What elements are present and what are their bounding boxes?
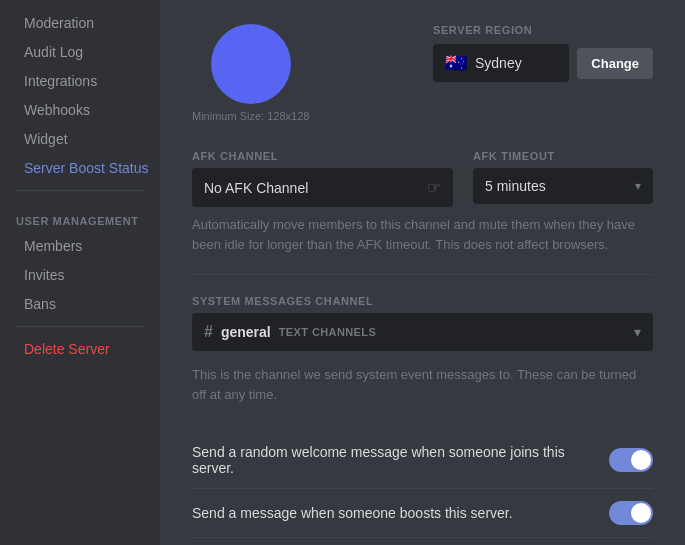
channel-name: general (221, 324, 271, 340)
toggle-row-welcome: Send a random welcome message when someo… (192, 432, 653, 489)
avatar-size-hint: Minimum Size: 128x128 (192, 110, 309, 122)
sidebar-item-moderation[interactable]: Moderation (8, 9, 152, 37)
toggle-boost-label: Send a message when someone boosts this … (192, 505, 513, 521)
afk-timeout-select-wrapper: 5 minutes ▾ (473, 168, 653, 204)
main-content: Minimum Size: 128x128 SERVER REGION 🇦🇺 S… (160, 0, 685, 545)
afk-channel-group: AFK CHANNEL No AFK Channel ☞ (192, 150, 453, 207)
hash-icon: # (204, 323, 213, 341)
server-region-row: 🇦🇺 Sydney Change (433, 44, 653, 82)
sidebar-divider-2 (16, 326, 144, 327)
afk-timeout-label: AFK TIMEOUT (473, 150, 653, 162)
sidebar-divider (16, 190, 144, 191)
channel-type-label: TEXT CHANNELS (279, 326, 376, 338)
sidebar-item-bans[interactable]: Bans (8, 290, 152, 318)
region-flag-icon: 🇦🇺 (445, 52, 467, 74)
toggle-boost[interactable] (609, 501, 653, 525)
avatar-section: Minimum Size: 128x128 (192, 24, 309, 122)
avatar[interactable] (211, 24, 291, 104)
sidebar-item-webhooks[interactable]: Webhooks (8, 96, 152, 124)
user-management-label: User Management (0, 199, 160, 231)
change-region-button[interactable]: Change (577, 48, 653, 79)
chevron-down-icon-2: ▾ (634, 324, 641, 340)
system-channel-select[interactable]: # general TEXT CHANNELS ▾ (192, 313, 653, 351)
server-region-block: SERVER REGION 🇦🇺 Sydney Change (433, 24, 653, 82)
top-area: Minimum Size: 128x128 SERVER REGION 🇦🇺 S… (192, 24, 653, 122)
sidebar-item-delete-server[interactable]: Delete Server (8, 335, 152, 363)
server-region-label: SERVER REGION (433, 24, 532, 36)
toggle-row-boost: Send a message when someone boosts this … (192, 489, 653, 538)
sidebar-item-members[interactable]: Members (8, 232, 152, 260)
cursor-pointer-icon: ☞ (427, 178, 441, 197)
afk-channel-select-wrapper: No AFK Channel ☞ (192, 168, 453, 207)
sidebar-item-invites[interactable]: Invites (8, 261, 152, 289)
divider-1 (192, 274, 653, 275)
afk-channel-value: No AFK Channel (204, 180, 308, 196)
toggle-welcome-label: Send a random welcome message when someo… (192, 444, 609, 476)
toggle-welcome[interactable] (609, 448, 653, 472)
system-messages-label: SYSTEM MESSAGES CHANNEL (192, 295, 653, 307)
afk-timeout-select[interactable]: 5 minutes ▾ (473, 168, 653, 204)
sidebar-item-integrations[interactable]: Integrations (8, 67, 152, 95)
system-messages-hint: This is the channel we send system event… (192, 365, 653, 404)
afk-hint: Automatically move members to this chann… (192, 215, 653, 254)
afk-timeout-group: AFK TIMEOUT 5 minutes ▾ (473, 150, 653, 207)
afk-channel-select[interactable]: No AFK Channel ☞ (192, 168, 453, 207)
afk-timeout-value: 5 minutes (485, 178, 546, 194)
sidebar: Moderation Audit Log Integrations Webhoo… (0, 0, 160, 545)
afk-channel-label: AFK CHANNEL (192, 150, 453, 162)
afk-form-row: AFK CHANNEL No AFK Channel ☞ AFK TIMEOUT… (192, 150, 653, 207)
sidebar-item-audit-log[interactable]: Audit Log (8, 38, 152, 66)
sidebar-item-server-boost-status[interactable]: Server Boost Status (8, 154, 152, 182)
chevron-down-icon: ▾ (635, 179, 641, 193)
system-messages-group: SYSTEM MESSAGES CHANNEL # general TEXT C… (192, 295, 653, 424)
region-name: Sydney (475, 55, 522, 71)
sidebar-item-widget[interactable]: Widget (8, 125, 152, 153)
region-selector[interactable]: 🇦🇺 Sydney (433, 44, 569, 82)
